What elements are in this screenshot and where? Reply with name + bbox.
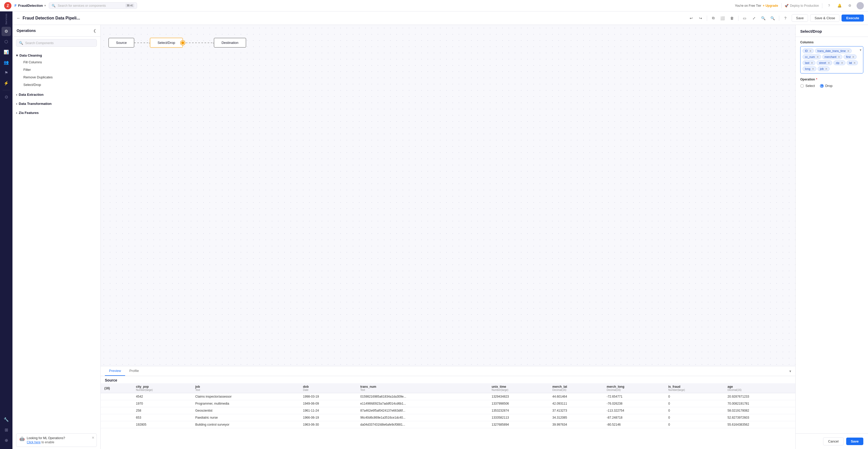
cell-city_pop: 258 [132,407,192,414]
global-search[interactable]: 🔍 Search for services or components ⌘+K [49,2,137,9]
radio-drop[interactable]: Drop [820,84,832,88]
columns-expand-button[interactable]: ▾ [860,48,862,52]
ml-enable-link[interactable]: Click here [27,441,40,444]
sidebar-icon-add[interactable]: ⊕ [2,436,11,445]
cancel-button[interactable]: Cancel [823,437,843,445]
cell-job: Building control surveyor [192,421,299,428]
settings-icon-button[interactable]: ⚙ [846,2,854,9]
category-data-cleaning: ▾ Data Cleaning Fill Columns Filter Remo… [12,51,100,90]
cell-age: 55.6164383562 [724,421,795,428]
user-avatar[interactable] [857,2,864,9]
col-tag-merchant: merchant ✕ [822,55,843,59]
delete-button[interactable]: 🗑 [728,14,736,22]
sidebar-icon-data[interactable]: ⬡ [2,37,11,46]
col-tag-merchant-remove[interactable]: ✕ [838,56,840,58]
preview-table-wrap[interactable]: (16) city_popNumber(large) jobText [101,383,795,449]
pipeline-node-select-drop[interactable]: Select/Drop [150,38,183,47]
table-row: 653Paediatric nurse1966-06-1996c40d6c869… [101,414,795,421]
search-placeholder: Search for services or components [58,4,106,7]
ops-item-filter[interactable]: Filter [16,66,97,73]
tab-profile[interactable]: Profile [125,366,143,376]
operation-radio-group: Select Drop [800,84,863,88]
sidebar-icon-tools[interactable]: 🔧 [2,415,11,424]
help-icon-button[interactable]: ? [826,2,833,9]
tab-preview[interactable]: Preview [105,366,125,376]
radio-drop-circle [820,84,824,88]
deploy-button[interactable]: 🚀 Deploy to Production [785,4,819,7]
col-tag-zip-remove[interactable]: ✕ [841,62,843,64]
col-tag-long-remove[interactable]: ✕ [812,67,814,70]
sidebar-icon-analytics[interactable]: 📊 [2,47,11,57]
col-tag-id-remove[interactable]: ✕ [809,50,811,53]
search-components-input[interactable] [25,41,94,45]
col-tag-job: job ✕ [818,66,830,71]
notifications-icon-button[interactable]: 🔔 [836,2,843,9]
pipeline-node-source[interactable]: Source [108,38,134,47]
cell-merch_long: -113.322754 [603,407,664,414]
pipeline-canvas[interactable]: Source › Select/Drop [101,25,795,366]
ml-notification-close-button[interactable]: ✕ [92,436,94,440]
zoom-out-button[interactable]: 🔍 [769,14,777,22]
sidebar-icon-pipelines[interactable]: ⚙ [2,27,11,36]
cell-age: 58.0219178082 [724,407,795,414]
zoom-in-button[interactable]: 🔍 [759,14,768,22]
col-tag-trans_date-remove[interactable]: ✕ [847,50,849,53]
save-close-button[interactable]: Save & Close [810,14,839,22]
table-row: 192805Building control surveyor1963-06-3… [101,421,795,428]
table-row: 4542Claims inspector/assessor1998-03-190… [101,393,795,400]
right-panel-body: Columns ▾ ID ✕ trans_date_trans_time ✕ c… [796,37,868,434]
copy-button[interactable]: ⧉ [709,14,717,22]
category-data-cleaning-header[interactable]: ▾ Data Cleaning [16,53,97,58]
sidebar-icon-alerts[interactable]: ⚡ [2,78,11,88]
category-zia-features-header[interactable]: › Zia Features [16,110,97,116]
tier-badge: You're on Free Tier + Upgrade [735,4,778,7]
cell-job: Geoscientist [192,407,299,414]
back-arrow-icon: ← [17,16,21,20]
cell-merch_long: -72.654771 [603,393,664,400]
col-tag-first-remove[interactable]: ✕ [852,56,854,58]
search-components-container[interactable]: 🔍 [16,39,97,47]
col-tag-street: street ✕ [816,61,832,65]
sidebar-icon-home[interactable]: ⊙ [2,92,11,102]
redo-button[interactable]: ↪ [696,14,705,22]
canvas-area: Source › Select/Drop [101,25,795,449]
sidebar-icon-users[interactable]: 👥 [2,58,11,67]
col-tag-last: last ✕ [803,61,815,65]
preview-button[interactable]: ▭ [741,14,749,22]
collapse-panel-button[interactable]: ❮ [93,29,96,33]
category-data-transformation-label: Data Transformation [19,102,52,106]
col-tag-last-remove[interactable]: ✕ [811,62,813,64]
columns-box[interactable]: ▾ ID ✕ trans_date_trans_time ✕ cc_num ✕ [800,46,863,73]
fullscreen-button[interactable]: ⤢ [750,14,758,22]
cell-is_fraud: 0 [664,421,724,428]
back-button[interactable]: ← [17,16,21,20]
execute-button[interactable]: Execute [841,14,864,22]
top-nav: Z F FraudDetection ▾ 🔍 Search for servic… [0,0,868,11]
cell-unix_time: 1333582113 [488,414,549,421]
pipeline-node-destination[interactable]: Destination [214,38,246,47]
ops-item-select-drop[interactable]: Select/Drop [16,81,97,89]
col-tag-lat-remove[interactable]: ✕ [854,62,856,64]
project-selector[interactable]: F FraudDetection ▾ [14,4,46,7]
cut-button[interactable]: ⬜ [718,14,727,22]
category-data-transformation-header[interactable]: › Data Transformation [16,101,97,107]
col-tag-street-remove[interactable]: ✕ [828,62,830,64]
sidebar-icon-grid[interactable]: ⊞ [2,425,11,435]
col-tag-cc_num-remove[interactable]: ✕ [816,56,819,58]
sidebar-icon-flags[interactable]: ⚑ [2,68,11,77]
category-data-extraction-header[interactable]: › Data Extraction [16,92,97,98]
help-button[interactable]: ? [781,14,789,22]
upgrade-button[interactable]: + Upgrade [763,4,778,7]
preview-toggle-button[interactable]: ▾ [789,369,791,373]
ops-item-remove-duplicates[interactable]: Remove Duplicates [16,73,97,81]
cell-city_pop: 653 [132,414,192,421]
save-button[interactable]: Save [792,14,808,22]
col-tag-job-remove[interactable]: ✕ [825,67,827,70]
app-logo: Z [4,2,11,9]
search-components-icon: 🔍 [19,41,23,45]
ops-item-fill-columns[interactable]: Fill Columns [16,58,97,66]
panel-save-button[interactable]: Save [846,438,863,445]
required-star: * [816,77,817,81]
radio-select[interactable]: Select [800,84,815,88]
undo-button[interactable]: ↩ [687,14,695,22]
